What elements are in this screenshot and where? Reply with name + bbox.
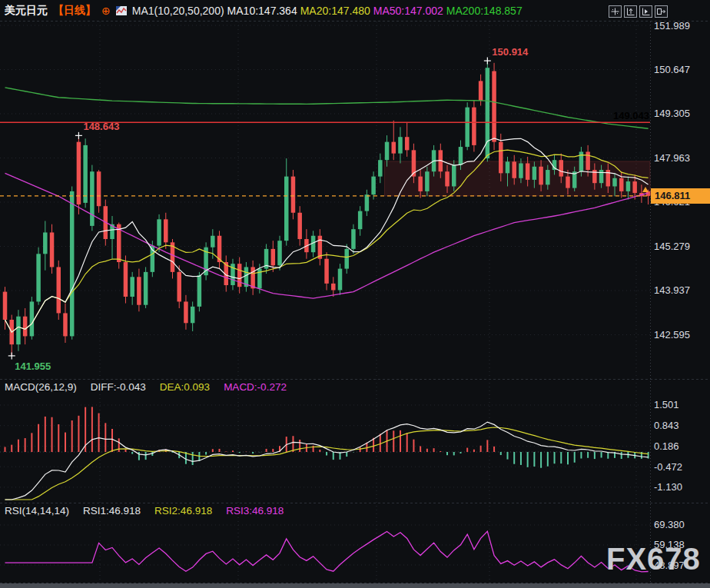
y-axis-label: 151.989	[654, 20, 690, 32]
shift-right-icon[interactable]	[655, 5, 668, 18]
add-indicator-icon[interactable]: ⊕	[101, 5, 111, 16]
period-label: 【日线】	[53, 4, 96, 18]
y-axis-label: 150.647	[654, 64, 690, 75]
price-annotation: 148.643	[83, 121, 119, 132]
fit-vertical-axis-icon[interactable]	[624, 5, 637, 18]
fx678-watermark: FX678	[606, 542, 701, 576]
legend-item: RSI3:46.918	[226, 505, 284, 517]
legend-item: MA1(10,20,50,200)	[132, 5, 224, 17]
chart-canvas[interactable]: 151.989150.647149.305147.963146.621145.2…	[0, 0, 710, 588]
y-axis-label: 0.186	[654, 440, 679, 452]
y-axis-label: 69.380	[654, 519, 685, 530]
legend-item: RSI1:46.918	[83, 505, 141, 517]
diff-line	[5, 422, 649, 500]
y-axis-label: -0.472	[654, 461, 682, 473]
y-axis-labels: 151.989150.647149.305147.963146.621145.2…	[654, 20, 690, 571]
legend-item: RSI(14,14,14)	[5, 505, 69, 517]
chart-toolbar	[609, 5, 668, 18]
chart-header: 美元日元 【日线】 ⊕ MA1(10,20,50,200)MA10:147.36…	[5, 3, 526, 18]
rsi-legend-row: RSI(14,14,14)RSI1:46.918RSI2:46.918RSI3:…	[5, 505, 287, 517]
current-price-badge: 146.811	[651, 188, 710, 204]
macd-pane	[0, 407, 650, 500]
legend-item: MA20:147.480	[300, 5, 370, 17]
pan-crosshair-icon[interactable]	[609, 5, 622, 18]
legend-item: DIFF:-0.043	[91, 381, 146, 393]
gridlines	[0, 22, 710, 585]
legend-item: MACD:-0.272	[224, 381, 287, 393]
y-axis-label: 0.843	[654, 420, 679, 431]
y-axis-label: -1.130	[654, 481, 682, 493]
macd-legend-row: MACD(26,12,9)DIFF:-0.043DEA:0.093MACD:-0…	[5, 381, 290, 393]
rsi-line	[5, 531, 649, 572]
legend-item: DEA:0.093	[160, 381, 210, 393]
legend-item: MA10:147.364	[227, 5, 297, 17]
y-axis-label: 145.279	[654, 241, 690, 252]
symbol-name: 美元日元	[5, 4, 48, 18]
price-annotation: 141.955	[15, 360, 51, 372]
legend-item: RSI2:46.918	[154, 505, 212, 517]
trading-chart-window: 151.989150.647149.305147.963146.621145.2…	[0, 0, 710, 588]
legend-item: MACD(26,12,9)	[5, 381, 77, 393]
y-axis-label: 142.595	[654, 329, 690, 341]
resistance-line-label: 149.043	[572, 110, 649, 121]
y-axis-label: 1.501	[654, 399, 679, 410]
fit-horizontal-axis-icon[interactable]	[639, 5, 652, 18]
ma-legend: MA1(10,20,50,200)MA10:147.364MA20:147.48…	[132, 5, 526, 17]
bottom-strip	[0, 583, 710, 588]
y-axis-label: 147.963	[654, 152, 690, 164]
y-axis-label: 143.937	[654, 284, 690, 296]
price-annotation: 150.914	[492, 46, 528, 58]
candles-layer	[3, 61, 651, 356]
y-axis-label: 149.305	[654, 108, 690, 119]
kline-chart-icon[interactable]	[116, 6, 127, 15]
legend-item: MA200:148.857	[446, 5, 523, 17]
legend-item: MA50:147.002	[373, 5, 443, 17]
